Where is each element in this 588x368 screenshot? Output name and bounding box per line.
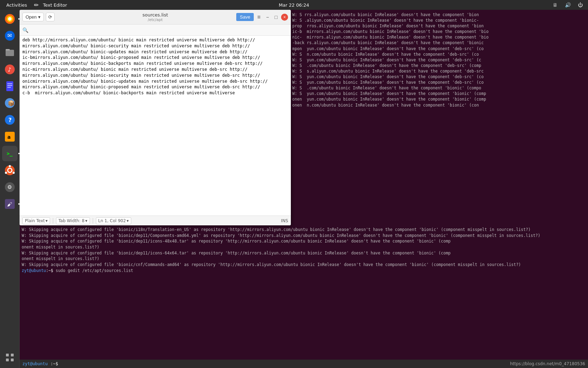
- line-col-label: Ln 1, Col 902: [98, 218, 126, 223]
- svg-text:✉: ✉: [7, 32, 12, 39]
- tab-width-dropdown-icon: ▾: [85, 218, 87, 223]
- system-bar-left: Activities ✏ Text Editor: [4, 0, 67, 10]
- tab-width-status[interactable]: Tab Width: 8 ▾: [56, 217, 90, 224]
- dock-icon-gimp[interactable]: 🖌: [2, 196, 18, 212]
- title-app-icon: ✏: [34, 2, 38, 8]
- line-col-dropdown-icon: ▾: [127, 218, 129, 223]
- system-bar: Activities ✏ Text Editor Mar 22 06:24 🖥 …: [0, 0, 588, 10]
- gedit-window-controls: Save ≡ − □ ×: [236, 13, 288, 22]
- bottom-prompt-suffix: :~$: [50, 361, 58, 366]
- svg-rect-11: [7, 85, 12, 86]
- dock-icon-synaptic[interactable]: 📦: [2, 95, 18, 111]
- gedit-tab: sources.list /etc/apt: [142, 12, 168, 22]
- svg-text:🖌: 🖌: [7, 201, 12, 207]
- svg-rect-12: [7, 87, 11, 88]
- tab-width-label: Tab Width: 8: [58, 218, 84, 223]
- svg-rect-28: [6, 354, 9, 356]
- svg-rect-5: [6, 50, 14, 56]
- svg-point-23: [5, 172, 7, 174]
- activities-button[interactable]: Activities: [4, 0, 30, 10]
- dock-icon-help[interactable]: ?: [2, 112, 18, 128]
- dock-icon-document[interactable]: [2, 79, 18, 94]
- tab-path: /etc/apt: [142, 18, 168, 22]
- svg-text:⚙: ⚙: [7, 184, 12, 190]
- svg-text:?: ?: [8, 117, 12, 123]
- network-icon[interactable]: 🖥: [551, 1, 559, 9]
- editor-text[interactable]: deb http://mirrors.aliyun.com/ubuntu/ bi…: [20, 36, 291, 216]
- search-bar: 🔍: [20, 25, 291, 36]
- volume-icon[interactable]: 🔊: [564, 1, 572, 9]
- svg-rect-9: [6, 81, 13, 91]
- search-icon: 🔍: [22, 27, 28, 33]
- open-label: Open: [26, 14, 37, 20]
- svg-rect-31: [11, 359, 14, 361]
- dock-icon-thunderbird[interactable]: ✉: [2, 28, 18, 43]
- plain-text-label: Plain Text: [25, 218, 45, 223]
- bottom-bar-left: zyt@ubuntu:~$: [22, 361, 58, 366]
- bottom-bar-right[interactable]: https://blog.csdn.net/m0_47180536: [510, 361, 585, 366]
- bottom-terminal[interactable]: W: Skipping acquire of configured file '…: [20, 225, 588, 368]
- dock-icon-terminal[interactable]: >_: [2, 146, 18, 161]
- content-area: W: S rrs.aliyun.com/ubuntu bionic InRele…: [20, 10, 588, 368]
- dock-icon-firefox[interactable]: [2, 11, 18, 27]
- editor-content[interactable]: deb http://mirrors.aliyun.com/ubuntu/ bi…: [20, 36, 291, 216]
- dock-icon-amazon[interactable]: a: [2, 129, 18, 144]
- power-icon[interactable]: ⏻: [576, 1, 584, 9]
- search-input[interactable]: [30, 27, 288, 33]
- open-dropdown-icon: ▾: [38, 14, 41, 20]
- dock-icon-app-grid[interactable]: [2, 350, 18, 365]
- svg-text:📦: 📦: [8, 100, 15, 107]
- bottom-prompt-user: zyt@ubuntu: [22, 361, 48, 366]
- status-separator-1: [53, 218, 53, 224]
- svg-point-22: [13, 172, 15, 174]
- plain-text-dropdown-icon: ▾: [46, 218, 48, 223]
- dock-icon-rhythmbox[interactable]: ♪: [2, 62, 18, 77]
- maximize-button[interactable]: □: [273, 13, 280, 21]
- bottom-bar: zyt@ubuntu:~$ https://blog.csdn.net/m0_4…: [20, 360, 588, 368]
- svg-rect-30: [6, 359, 9, 361]
- app-title: Text Editor: [43, 2, 67, 8]
- open-button[interactable]: Open ▾: [22, 13, 44, 21]
- system-bar-right: 🖥 🔊 ⏻: [551, 1, 584, 9]
- right-log-panel: W: S rrs.aliyun.com/ubuntu bionic InRele…: [291, 10, 588, 225]
- recent-button[interactable]: ⟳: [46, 13, 55, 21]
- line-col-status[interactable]: Ln 1, Col 902 ▾: [96, 217, 131, 224]
- gedit-window: Open ▾ ⟳ sources.list /etc/apt Save ≡ − …: [20, 10, 291, 225]
- status-separator-2: [93, 218, 93, 224]
- dock-icon-files[interactable]: [2, 45, 18, 60]
- dock: ✉ ♪ 📦 ? a >_ ⚙ 🖌: [0, 10, 20, 368]
- dock-icon-settings[interactable]: ⚙: [2, 179, 18, 195]
- gedit-header: Open ▾ ⟳ sources.list /etc/apt Save ≡ − …: [20, 10, 291, 25]
- svg-rect-10: [7, 83, 12, 84]
- ins-indicator: INS: [281, 218, 288, 223]
- svg-rect-6: [6, 49, 10, 50]
- save-button[interactable]: Save: [236, 13, 254, 21]
- close-button[interactable]: ×: [281, 14, 288, 21]
- minimize-button[interactable]: −: [264, 13, 271, 21]
- svg-text:♪: ♪: [8, 66, 11, 73]
- svg-point-21: [9, 165, 11, 167]
- dock-icon-ubuntu[interactable]: [2, 163, 18, 178]
- tab-filename: sources.list: [142, 12, 168, 18]
- svg-point-2: [8, 17, 12, 21]
- system-bar-center: Mar 22 06:24: [279, 2, 309, 8]
- datetime: Mar 22 06:24: [279, 2, 309, 8]
- gedit-statusbar: Plain Text ▾ Tab Width: 8 ▾ Ln 1, Col 90…: [20, 216, 291, 225]
- svg-rect-29: [11, 354, 14, 356]
- main-layout: ✉ ♪ 📦 ? a >_ ⚙ 🖌: [0, 10, 588, 368]
- menu-button[interactable]: ≡: [255, 13, 262, 22]
- plain-text-status[interactable]: Plain Text ▾: [22, 217, 50, 224]
- csdn-link[interactable]: https://blog.csdn.net/m0_47180536: [510, 361, 585, 366]
- svg-text:a: a: [7, 134, 10, 140]
